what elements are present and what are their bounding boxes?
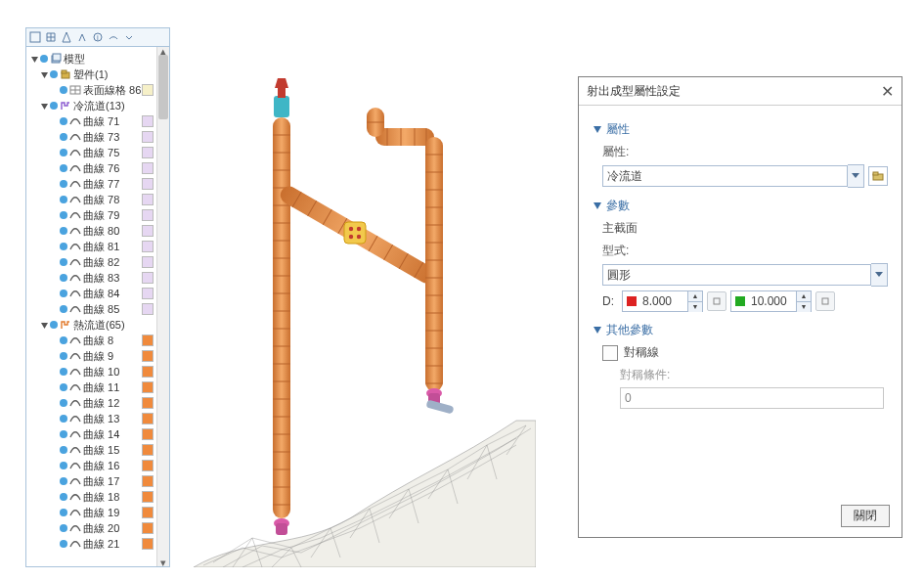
visibility-dot-icon[interactable]: [60, 430, 67, 438]
close-button[interactable]: 關閉: [841, 505, 890, 527]
color-swatch[interactable]: [142, 381, 154, 393]
tree-hot-item[interactable]: 曲線 13: [26, 411, 157, 426]
visibility-dot-icon[interactable]: [60, 86, 67, 94]
d2-down-icon[interactable]: ▼: [797, 302, 811, 312]
tab-icon-3[interactable]: [60, 30, 73, 44]
close-icon[interactable]: ✕: [881, 82, 894, 101]
d2-up-icon[interactable]: ▲: [797, 291, 811, 302]
visibility-dot-icon[interactable]: [60, 274, 67, 282]
tree-hot-item[interactable]: 曲線 20: [26, 520, 157, 536]
section-param-header[interactable]: 參數: [593, 198, 888, 214]
d2-link-icon[interactable]: [815, 291, 835, 311]
visibility-dot-icon[interactable]: [60, 258, 67, 266]
visibility-dot-icon[interactable]: [60, 133, 67, 141]
color-swatch[interactable]: [142, 444, 154, 456]
toggle-icon[interactable]: [30, 55, 39, 64]
tree-group-parts[interactable]: 塑件(1): [26, 67, 157, 82]
color-swatch[interactable]: [142, 350, 154, 362]
visibility-dot-icon[interactable]: [60, 477, 67, 485]
color-swatch[interactable]: [142, 413, 154, 424]
visibility-dot-icon[interactable]: [60, 524, 67, 532]
visibility-dot-icon[interactable]: [60, 493, 67, 501]
color-swatch[interactable]: [142, 272, 154, 284]
color-swatch[interactable]: [142, 147, 154, 158]
tree-hot-item[interactable]: 曲線 14: [26, 426, 157, 442]
tree-cold-item[interactable]: 曲線 80: [26, 223, 157, 239]
visibility-dot-icon[interactable]: [60, 196, 67, 203]
tree-hot-item[interactable]: 曲線 15: [26, 442, 157, 458]
tree-group-cold[interactable]: 冷流道(13): [26, 98, 157, 113]
tree-hot-item[interactable]: 曲線 19: [26, 505, 157, 520]
color-swatch[interactable]: [142, 335, 154, 346]
tree-cold-item[interactable]: 曲線 84: [26, 286, 157, 301]
color-swatch[interactable]: [142, 366, 154, 378]
tab-icon-2[interactable]: [44, 30, 58, 44]
tab-icon-7[interactable]: [122, 30, 136, 44]
tree-scrollbar[interactable]: ▴ ▾: [156, 47, 169, 566]
visibility-dot-icon[interactable]: [60, 149, 67, 156]
tree-group-hot[interactable]: 熱流道(65): [26, 317, 157, 333]
tree-cold-item[interactable]: 曲線 83: [26, 270, 157, 286]
tree-cold-item[interactable]: 曲線 73: [26, 129, 157, 145]
visibility-dot-icon[interactable]: [50, 321, 58, 329]
color-swatch[interactable]: [142, 507, 154, 518]
symmetry-checkbox[interactable]: [602, 345, 618, 361]
attr-combo-dropdown-icon[interactable]: [848, 164, 864, 188]
color-swatch[interactable]: [142, 225, 154, 237]
d1-spinner[interactable]: 8.000 ▲▼: [622, 290, 703, 312]
color-swatch[interactable]: [142, 209, 154, 221]
visibility-dot-icon[interactable]: [60, 305, 67, 313]
attr-combo[interactable]: 冷流道: [602, 165, 848, 187]
visibility-dot-icon[interactable]: [60, 383, 67, 391]
d2-spinner[interactable]: 10.000 ▲▼: [730, 290, 812, 312]
visibility-dot-icon[interactable]: [50, 102, 58, 110]
color-swatch[interactable]: [142, 288, 154, 299]
tree-hot-item[interactable]: 曲線 9: [26, 348, 157, 364]
tree-part-item[interactable]: 表面線格 86: [26, 82, 157, 98]
visibility-dot-icon[interactable]: [50, 70, 58, 78]
tree-cold-item[interactable]: 曲線 71: [26, 113, 157, 129]
tree-cold-item[interactable]: 曲線 75: [26, 145, 157, 160]
toggle-icon[interactable]: [40, 102, 49, 111]
tree-cold-item[interactable]: 曲線 76: [26, 160, 157, 176]
tree-hot-item[interactable]: 曲線 18: [26, 489, 157, 505]
color-swatch[interactable]: [142, 241, 154, 252]
visibility-dot-icon[interactable]: [60, 399, 67, 407]
visibility-dot-icon[interactable]: [60, 462, 67, 469]
tree-hot-item[interactable]: 曲線 8: [26, 333, 157, 348]
tree-hot-item[interactable]: 曲線 21: [26, 536, 157, 552]
visibility-dot-icon[interactable]: [60, 164, 67, 172]
color-swatch[interactable]: [142, 131, 154, 143]
tree-hot-item[interactable]: 曲線 11: [26, 379, 157, 395]
visibility-dot-icon[interactable]: [40, 55, 48, 63]
tree-hot-item[interactable]: 曲線 10: [26, 364, 157, 379]
tree-cold-item[interactable]: 曲線 77: [26, 176, 157, 192]
visibility-dot-icon[interactable]: [60, 352, 67, 360]
tree-hot-item[interactable]: 曲線 16: [26, 458, 157, 473]
visibility-dot-icon[interactable]: [60, 180, 67, 188]
scroll-up-icon[interactable]: ▴: [157, 47, 169, 55]
color-swatch[interactable]: [142, 194, 154, 205]
color-swatch[interactable]: [142, 428, 154, 440]
tree-root[interactable]: 模型: [26, 51, 157, 67]
visibility-dot-icon[interactable]: [60, 336, 67, 344]
tab-icon-6[interactable]: [107, 30, 120, 44]
type-combo-dropdown-icon[interactable]: [871, 263, 888, 287]
color-swatch[interactable]: [142, 475, 154, 487]
tree-cold-item[interactable]: 曲線 78: [26, 192, 157, 207]
attr-browse-icon[interactable]: [868, 166, 888, 186]
visibility-dot-icon[interactable]: [60, 211, 67, 219]
d1-down-icon[interactable]: ▼: [688, 302, 702, 312]
toggle-icon[interactable]: [40, 321, 49, 330]
color-swatch[interactable]: [142, 178, 154, 190]
section-other-header[interactable]: 其他參數: [593, 322, 888, 338]
type-combo[interactable]: 圓形: [602, 264, 871, 286]
tree-cold-item[interactable]: 曲線 81: [26, 239, 157, 254]
visibility-dot-icon[interactable]: [60, 540, 67, 548]
color-swatch[interactable]: [142, 522, 154, 534]
visibility-dot-icon[interactable]: [60, 290, 67, 297]
3d-viewport[interactable]: [184, 49, 536, 567]
color-swatch[interactable]: [142, 115, 154, 127]
tree-cold-item[interactable]: 曲線 85: [26, 301, 157, 317]
sym-cond-input[interactable]: 0: [620, 387, 884, 409]
